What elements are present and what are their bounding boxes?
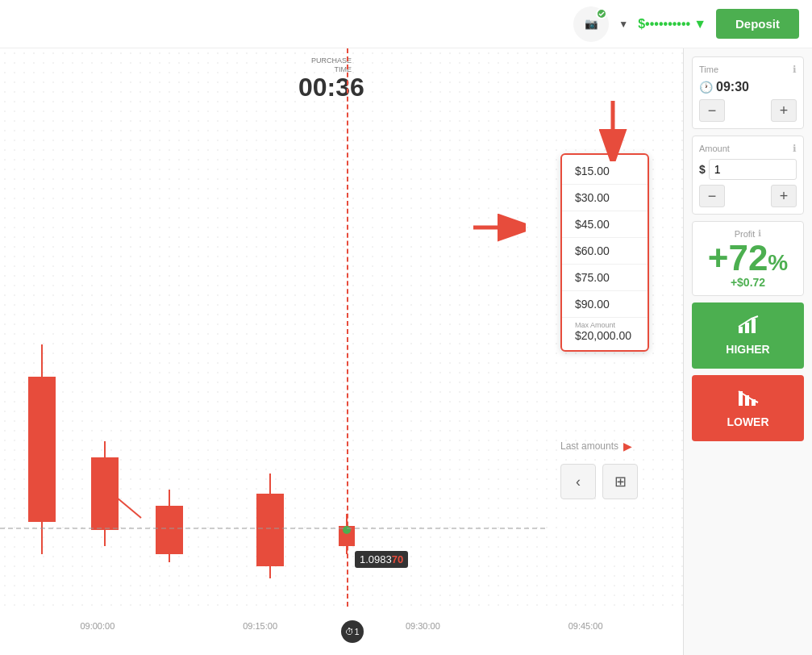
main-container: PURCHASE TIME 00:36 <box>0 48 812 655</box>
calculator-button[interactable]: ⊞ <box>602 464 638 499</box>
svg-rect-3 <box>91 457 119 530</box>
x-axis-label-4: 09:45:00 <box>568 621 603 631</box>
sidebar: Time ℹ 🕐 09:30 − + Amount ℹ $ − <box>683 48 812 655</box>
time-display: 09:30 <box>716 80 749 94</box>
back-button[interactable]: ‹ <box>560 464 596 499</box>
lower-button[interactable]: LOWER <box>692 375 804 441</box>
time-decrease-button[interactable]: − <box>699 99 725 122</box>
svg-rect-8 <box>256 494 284 566</box>
svg-rect-1 <box>28 377 56 522</box>
annotation-arrow-right <box>469 211 526 248</box>
time-label: Time <box>699 65 718 74</box>
amount-dropdown[interactable]: $15.00 $30.00 $45.00 $60.00 $75.00 $90.0… <box>560 153 649 352</box>
timer-icon: ⏱1 <box>345 627 359 636</box>
amount-input-row: $ <box>699 159 797 180</box>
lower-label: LOWER <box>727 415 768 428</box>
amount-info-icon[interactable]: ℹ <box>793 143 797 154</box>
svg-rect-19 <box>752 319 756 333</box>
higher-label: HIGHER <box>726 343 769 356</box>
profit-percent-value: +72% <box>699 240 797 276</box>
price-value: 1.0983 <box>360 553 392 565</box>
svg-rect-6 <box>156 506 183 554</box>
amount-item-5[interactable]: $75.00 <box>562 265 648 291</box>
profit-dollar-value: +$0.72 <box>699 276 797 289</box>
amount-item-6[interactable]: $90.00 <box>562 291 648 318</box>
time-info-icon[interactable]: ℹ <box>793 64 797 75</box>
camera-dropdown-arrow[interactable]: ▼ <box>618 19 628 30</box>
amount-decrease-button[interactable]: − <box>699 185 725 207</box>
svg-point-11 <box>343 526 351 534</box>
camera-badge <box>596 8 607 19</box>
svg-rect-18 <box>745 323 749 333</box>
profit-label-text: Profit <box>735 229 756 239</box>
last-amounts-row: Last amounts ▶ <box>560 440 632 453</box>
header: 📷 ▼ $•••••••••• ▼ Deposit <box>0 0 812 48</box>
last-amounts-arrow[interactable]: ▶ <box>623 440 632 453</box>
max-amount-label: Max Amount <box>562 318 648 329</box>
svg-line-4 <box>117 498 141 518</box>
timer-circle: ⏱1 <box>341 620 364 643</box>
amount-label: Amount <box>699 144 730 153</box>
dollar-sign: $ <box>699 163 706 176</box>
annotation-arrow-down <box>589 97 637 168</box>
amount-input[interactable] <box>709 159 797 180</box>
nav-buttons-row: ‹ ⊞ <box>560 464 638 499</box>
x-axis-label-1: 09:00:00 <box>80 621 115 631</box>
max-amount-value: $20,000.00 <box>562 329 648 347</box>
time-value: 🕐 09:30 <box>699 80 797 94</box>
higher-button[interactable]: HIGHER <box>692 302 804 369</box>
profit-percent-number: +72 <box>708 238 768 277</box>
clock-icon: 🕐 <box>699 81 713 94</box>
amount-stepper: − + <box>699 185 797 207</box>
amount-item-4[interactable]: $60.00 <box>562 238 648 265</box>
amount-item-2[interactable]: $30.00 <box>562 185 648 211</box>
camera-button[interactable]: 📷 <box>573 6 609 42</box>
amount-item-3[interactable]: $45.00 <box>562 211 648 238</box>
price-highlight: 70 <box>392 553 403 565</box>
x-axis-label-2: 09:15:00 <box>243 621 277 631</box>
amount-section: Amount ℹ $ − + <box>692 136 804 215</box>
profit-section: Profit ℹ +72% +$0.72 <box>692 221 804 296</box>
balance-display: $•••••••••• <box>638 17 690 31</box>
balance-dropdown-arrow: ▼ <box>693 17 706 31</box>
x-axis-label-3: 09:30:00 <box>406 621 440 631</box>
price-label: 1.098370 <box>355 551 408 568</box>
lower-icon <box>737 388 760 412</box>
chart-area: PURCHASE TIME 00:36 <box>0 48 683 655</box>
purchase-time-label: PURCHASE TIME <box>311 56 352 74</box>
time-section: Time ℹ 🕐 09:30 − + <box>692 56 804 129</box>
purchase-time: PURCHASE TIME 00:36 <box>298 56 364 100</box>
balance-button[interactable]: $•••••••••• ▼ <box>638 17 706 31</box>
camera-icon: 📷 <box>585 18 598 30</box>
svg-rect-17 <box>739 327 743 333</box>
time-section-header: Time ℹ <box>699 64 797 75</box>
deposit-button[interactable]: Deposit <box>716 9 799 39</box>
profit-percent-sign: % <box>768 250 788 275</box>
time-increase-button[interactable]: + <box>771 99 797 122</box>
purchase-time-value: 00:36 <box>298 74 364 100</box>
amount-section-header: Amount ℹ <box>699 143 797 154</box>
higher-icon <box>737 315 760 340</box>
last-amounts-label: Last amounts <box>560 440 618 452</box>
amount-increase-button[interactable]: + <box>771 185 797 207</box>
time-stepper: − + <box>699 99 797 122</box>
